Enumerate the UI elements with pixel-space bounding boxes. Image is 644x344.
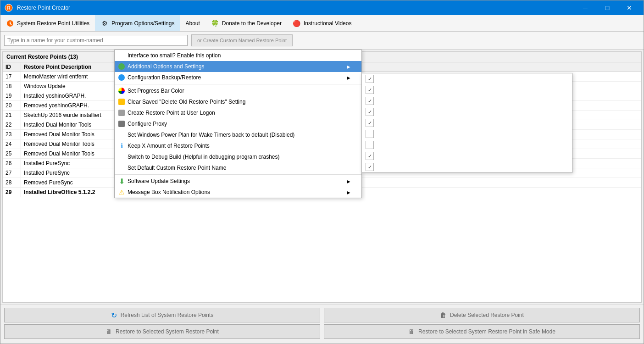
check-windows-drive-check: ✓ <box>366 75 374 83</box>
restore-safe-button[interactable]: 🖥 Restore to Selected System Restore Poi… <box>324 324 640 339</box>
allow-delete-all-label: Allow for deletion of all System Restore… <box>377 131 489 137</box>
donate-icon: 🍀 <box>211 19 219 28</box>
configure-proxy-icon <box>117 120 126 128</box>
submenu-item-close-after-create[interactable]: ✓Close Program After Restore Point is Cr… <box>362 117 572 128</box>
restore-icon: 🖥 <box>105 328 112 335</box>
dropdown-item-keep-amount[interactable]: ℹKeep X Amount of Restore Points <box>115 140 361 151</box>
dropdown-item-message-box[interactable]: ⚠Message Box Notification Options▶ <box>115 187 361 198</box>
content-area: Current Restore Points (13) ID Restore P… <box>0 50 644 305</box>
config-backup-icon <box>117 73 126 82</box>
configure-proxy-label: Configure Proxy <box>128 121 167 127</box>
refresh-icon: ↻ <box>111 311 117 320</box>
power-plan-icon <box>117 131 126 139</box>
set-progress-color-label: Set Progress Bar Color <box>128 88 184 94</box>
clear-delete-setting-icon <box>117 98 126 106</box>
use-ssl-label: Use SSL <box>377 164 398 170</box>
dropdown-item-set-progress-color[interactable]: Set Progress Bar Color <box>115 85 361 96</box>
submenu-item-use-ssl[interactable]: ✓Use SSL <box>362 161 572 172</box>
restore-safe-label: Restore to Selected System Restore Point… <box>418 328 555 335</box>
refresh-button[interactable]: ↻ Refresh List of System Restore Points <box>4 308 320 322</box>
bypass-uac-check <box>366 141 374 149</box>
window-title: Restore Point Creator <box>17 5 575 11</box>
message-box-arrow: ▶ <box>347 190 350 195</box>
menu-videos[interactable]: 🔴 Instructional Videos <box>287 15 357 31</box>
debug-build-icon <box>117 153 126 161</box>
program-options-icon: ⚙ <box>100 19 109 28</box>
default-name-label: Set Default Custom Restore Point Name <box>128 165 226 171</box>
dropdown-item-power-plan[interactable]: Set Windows Power Plan for Wake Timers b… <box>115 129 361 140</box>
additional-options-label: Additional Options and Settings <box>128 63 204 70</box>
interface-too-small-label: Interface too small? Enable this option <box>128 52 221 59</box>
create-restore-point-button[interactable]: or Create Custom Named Restore Point <box>191 34 293 46</box>
svg-text:R: R <box>7 6 11 11</box>
close-after-create-check: ✓ <box>366 119 374 127</box>
delete-button[interactable]: 🗑 Delete Selected Restore Point <box>324 308 640 322</box>
log-deletions-check: ✓ <box>366 108 374 116</box>
set-progress-color-icon <box>117 87 126 95</box>
submenu-item-enable-event-logging[interactable]: ✓Enable System Event Logging <box>362 84 572 95</box>
software-update-arrow: ▶ <box>347 179 350 184</box>
menu-donate[interactable]: 🍀 Donate to the Developer <box>205 15 287 31</box>
config-backup-arrow: ▶ <box>347 75 350 80</box>
minimize-button[interactable]: ─ <box>575 0 596 15</box>
enable-event-logging-check: ✓ <box>366 86 374 94</box>
debug-build-label: Switch to Debug Build (Helpful in debugg… <box>128 154 280 160</box>
allow-delete-all-check <box>366 130 374 138</box>
log-deletions-label: Log System Restore Point Deletions <box>377 109 465 115</box>
restore-button[interactable]: 🖥 Restore to Selected System Restore Poi… <box>4 324 320 339</box>
dropdown-item-clear-delete-setting[interactable]: Clear Saved "Delete Old Restore Points" … <box>115 96 361 107</box>
dropdown-item-interface-too-small[interactable]: Interface too small? Enable this option <box>115 50 361 61</box>
log-loads-check: ✓ <box>366 152 374 160</box>
main-window: R Restore Point Creator ─ □ ✕ System Res… <box>0 0 644 344</box>
dropdown-item-create-at-logon[interactable]: Create Restore Point at User Logon <box>115 107 361 118</box>
dropdown-separator <box>115 84 361 84</box>
toolbar: or Create Custom Named Restore Point <box>0 32 644 50</box>
software-update-icon: ⬇ <box>117 177 126 185</box>
menu-program-options-label: Program Options/Settings <box>111 20 174 27</box>
submenu-item-log-loads[interactable]: ✓Log Program Loads and Exits to Event Lo… <box>362 150 572 161</box>
submenu-item-confirm-deletions[interactable]: ✓Confirm Restore Point Deletions <box>362 95 572 106</box>
dropdown-overlay[interactable]: Interface too small? Enable this optionA… <box>0 50 644 305</box>
dropdown-item-software-update[interactable]: ⬇Software Update Settings▶ <box>115 176 361 187</box>
dropdown-item-config-backup[interactable]: Configuration Backup/Restore▶ <box>115 72 361 83</box>
create-at-logon-label: Create Restore Point at User Logon <box>128 110 215 116</box>
app-icon: R <box>4 3 13 12</box>
dropdown-menu: Interface too small? Enable this optionA… <box>114 50 362 198</box>
menu-system-restore[interactable]: System Restore Point Utilities <box>0 15 95 31</box>
delete-icon: 🗑 <box>440 311 446 319</box>
dropdown-item-additional-options[interactable]: Additional Options and Settings▶✓Check W… <box>115 61 361 72</box>
confirm-deletions-check: ✓ <box>366 97 374 105</box>
power-plan-label: Set Windows Power Plan for Wake Timers b… <box>128 132 294 138</box>
dropdown-item-configure-proxy[interactable]: Configure Proxy <box>115 118 361 129</box>
message-box-icon: ⚠ <box>117 188 126 196</box>
additional-options-icon <box>117 62 126 71</box>
custom-name-input[interactable] <box>4 35 188 46</box>
create-at-logon-icon <box>117 109 126 117</box>
use-ssl-check: ✓ <box>366 163 374 171</box>
submenu-item-check-windows-drive[interactable]: ✓Check Windows Drive for Full Shadow Sto… <box>362 73 572 84</box>
confirm-deletions-label: Confirm Restore Point Deletions <box>377 98 455 104</box>
dropdown-separator <box>115 174 361 175</box>
menu-program-options[interactable]: ⚙ Program Options/Settings <box>95 15 180 31</box>
close-after-create-label: Close Program After Restore Point is Cre… <box>377 120 488 126</box>
maximize-button[interactable]: □ <box>597 0 618 15</box>
submenu-item-log-deletions[interactable]: ✓Log System Restore Point Deletions <box>362 106 572 117</box>
titlebar: R Restore Point Creator ─ □ ✕ <box>0 0 644 15</box>
menubar: System Restore Point Utilities ⚙ Program… <box>0 15 644 32</box>
restore-safe-icon: 🖥 <box>408 328 415 335</box>
submenu-item-bypass-uac[interactable]: Bypass No UAC Launcher <box>362 139 572 150</box>
footer: ↻ Refresh List of System Restore Points … <box>0 305 644 344</box>
videos-icon: 🔴 <box>293 19 301 28</box>
close-button[interactable]: ✕ <box>619 0 640 15</box>
window-controls: ─ □ ✕ <box>575 0 640 15</box>
bypass-uac-label: Bypass No UAC Launcher <box>377 142 441 148</box>
dropdown-item-debug-build[interactable]: Switch to Debug Build (Helpful in debugg… <box>115 151 361 162</box>
submenu-item-allow-delete-all[interactable]: Allow for deletion of all System Restore… <box>362 128 572 139</box>
check-windows-drive-label: Check Windows Drive for Full Shadow Stor… <box>377 76 539 82</box>
additional-options-arrow: ▶ <box>347 64 350 69</box>
dropdown-item-default-name[interactable]: Set Default Custom Restore Point Name <box>115 162 361 173</box>
keep-amount-label: Keep X Amount of Restore Points <box>128 143 210 149</box>
delete-label: Delete Selected Restore Point <box>450 312 524 318</box>
menu-about[interactable]: About <box>180 15 205 31</box>
footer-row-1: ↻ Refresh List of System Restore Points … <box>4 308 640 322</box>
